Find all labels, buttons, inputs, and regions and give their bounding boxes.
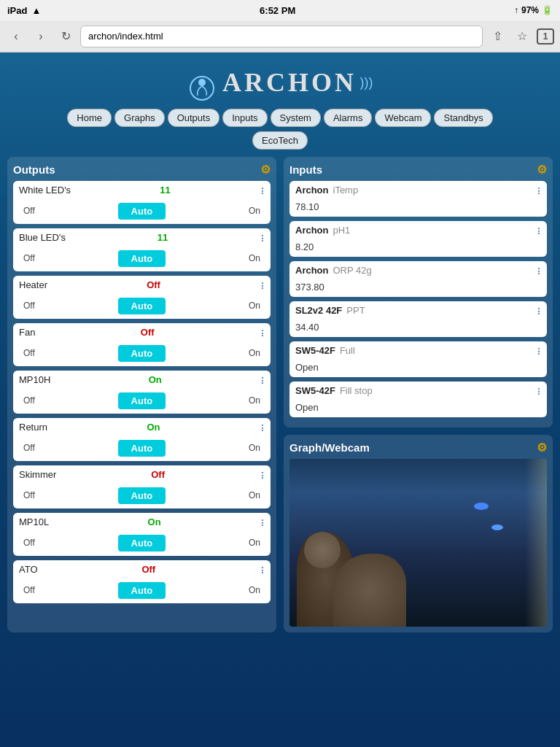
output-status-mp10h: On [149, 374, 162, 385]
output-icon-white-leds: ⫶ [260, 185, 265, 196]
nav-ecotech[interactable]: EcoTech [252, 131, 308, 150]
nav-system[interactable]: System [271, 109, 321, 127]
auto-ato[interactable]: Auto [118, 582, 166, 599]
on-mp10l[interactable]: On [244, 536, 265, 549]
input-source-ppt: SL2v2 42F [295, 305, 342, 316]
output-name-skimmer: Skimmer [19, 469, 56, 480]
input-source-sw5-fillstop: SW5-42F [295, 385, 335, 396]
graph-webcam-title: Graph/Webcam ⚙ [289, 441, 547, 454]
input-source-ph1: Archon [295, 225, 329, 236]
input-icon-sw5-full: ⫶ [536, 345, 541, 357]
aquarium-fish2 [491, 525, 503, 530]
on-ato[interactable]: On [244, 584, 265, 597]
input-source-sw5-full: SW5-42F [295, 345, 335, 356]
output-icon-return: ⫶ [260, 422, 265, 433]
off-mp10h[interactable]: Off [19, 394, 39, 407]
input-itemp: Archon iTemp ⫶ 78.10 [289, 181, 547, 217]
auto-mp10h[interactable]: Auto [118, 392, 166, 409]
on-skimmer[interactable]: On [244, 489, 265, 502]
auto-mp10l[interactable]: Auto [118, 535, 166, 551]
graph-webcam-panel: Graph/Webcam ⚙ [284, 435, 553, 632]
forward-button[interactable]: › [31, 26, 51, 47]
battery-label: 97% [521, 5, 539, 15]
wifi-icon: ▲ [31, 5, 41, 16]
outputs-gear-icon[interactable]: ⚙ [260, 163, 271, 177]
on-return[interactable]: On [244, 441, 265, 454]
input-source-orp: Archon [295, 265, 329, 276]
on-mp10h[interactable]: On [244, 394, 265, 407]
off-heater[interactable]: Off [19, 299, 39, 312]
input-icon-ppt: ⫶ [536, 305, 541, 317]
input-label-sw5-fillstop: Fill stop [340, 385, 373, 396]
auto-skimmer[interactable]: Auto [118, 487, 166, 504]
on-fan[interactable]: On [244, 347, 265, 360]
output-name-white-leds: White LED's [19, 185, 71, 196]
url-input[interactable] [80, 26, 483, 47]
inputs-gear-icon[interactable]: ⚙ [537, 163, 547, 177]
nav-webcam[interactable]: Webcam [375, 109, 431, 127]
on-heater[interactable]: On [244, 299, 265, 312]
inputs-panel: Inputs ⚙ Archon iTemp ⫶ 78.10 [284, 157, 553, 427]
input-value-orp: 373.80 [289, 280, 547, 297]
output-return: Return On ⫶ Off Auto On [13, 418, 271, 461]
auto-return[interactable]: Auto [118, 440, 166, 457]
output-icon-blue-leds: ⫶ [260, 232, 265, 244]
output-status-white-leds: 11 [160, 185, 170, 196]
output-status-ato: Off [141, 564, 155, 575]
output-mp10h: MP10H On ⫶ Off Auto On [13, 371, 271, 414]
output-name-ato: ATO [19, 564, 38, 575]
status-right: ↑ 97% 🔋 [514, 5, 553, 15]
graph-webcam-gear-icon[interactable]: ⚙ [537, 441, 547, 454]
browser-bar: ‹ › ↻ ⇧ ☆ 1 [0, 20, 560, 53]
output-name-return: Return [19, 422, 47, 433]
nav-outputs[interactable]: Outputs [168, 109, 220, 127]
status-left: iPad ▲ [7, 5, 41, 16]
output-status-heater: Off [147, 279, 160, 290]
aquarium-glass [525, 459, 547, 627]
bookmark-button[interactable]: ☆ [512, 26, 532, 47]
signal-icon: ↑ [514, 5, 518, 15]
off-fan[interactable]: Off [19, 347, 39, 360]
outputs-panel: Outputs ⚙ White LED's 11 ⫶ Off Auto On [7, 157, 276, 632]
input-sw5-full: SW5-42F Full ⫶ Open [289, 341, 547, 377]
output-icon-mp10h: ⫶ [260, 374, 265, 386]
output-name-heater: Heater [19, 279, 47, 290]
off-return[interactable]: Off [19, 441, 39, 454]
back-button[interactable]: ‹ [6, 26, 26, 47]
nav-inputs[interactable]: Inputs [222, 109, 267, 127]
tab-count[interactable]: 1 [537, 28, 554, 44]
off-blue-leds[interactable]: Off [19, 252, 39, 265]
off-ato[interactable]: Off [19, 584, 39, 597]
nav-alarms[interactable]: Alarms [324, 109, 372, 127]
off-skimmer[interactable]: Off [19, 489, 39, 502]
archon-logo-icon [187, 74, 217, 103]
auto-blue-leds[interactable]: Auto [118, 250, 166, 267]
output-icon-skimmer: ⫶ [260, 469, 265, 481]
nav-graphs[interactable]: Graphs [114, 109, 165, 127]
output-name-mp10h: MP10H [19, 374, 50, 385]
inputs-title: Inputs ⚙ [289, 163, 547, 177]
carrier-label: iPad [7, 5, 27, 16]
share-button[interactable]: ⇧ [487, 26, 508, 47]
off-white-leds[interactable]: Off [19, 204, 39, 217]
output-fan: Fan Off ⫶ Off Auto On [13, 323, 271, 366]
nav-standbys[interactable]: Standbys [434, 109, 492, 127]
refresh-button[interactable]: ↻ [55, 26, 76, 47]
output-icon-mp10l: ⫶ [260, 516, 265, 528]
input-label-sw5-full: Full [340, 345, 355, 356]
output-status-fan: Off [141, 327, 155, 338]
off-mp10l[interactable]: Off [19, 536, 39, 549]
input-orp: Archon ORP 42g ⫶ 373.80 [289, 261, 547, 297]
nav-home[interactable]: Home [67, 109, 112, 127]
output-name-blue-leds: Blue LED's [19, 232, 66, 243]
input-value-ph1: 8.20 [289, 240, 547, 257]
on-white-leds[interactable]: On [244, 204, 265, 217]
output-heater: Heater Off ⫶ Off Auto On [13, 276, 271, 319]
auto-fan[interactable]: Auto [118, 345, 166, 362]
auto-white-leds[interactable]: Auto [118, 203, 166, 220]
app-content: ARCHON ))) Home Graphs Outputs Inputs Sy… [0, 53, 560, 640]
aquarium-rock2 [333, 554, 406, 627]
input-icon-sw5-fillstop: ⫶ [536, 385, 541, 397]
auto-heater[interactable]: Auto [118, 298, 166, 314]
on-blue-leds[interactable]: On [244, 252, 265, 265]
